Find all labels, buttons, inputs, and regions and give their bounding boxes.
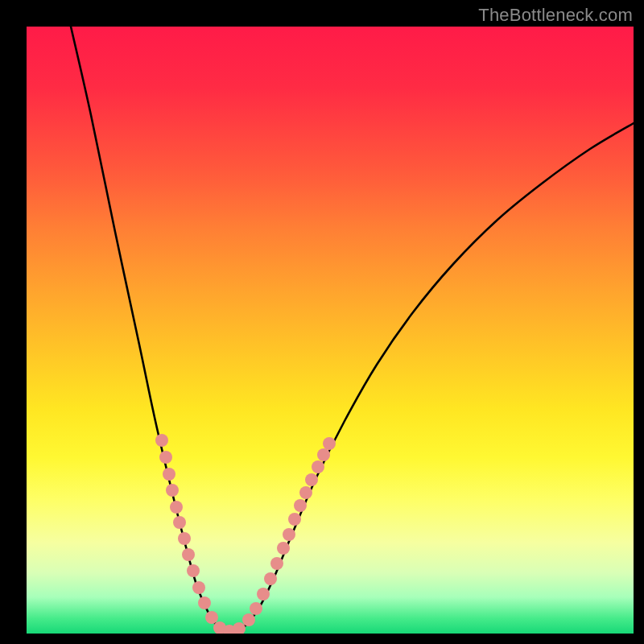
data-marker [257, 588, 270, 601]
attribution-label: TheBottleneck.com [478, 5, 633, 26]
data-marker [317, 448, 330, 461]
data-marker [166, 484, 179, 497]
v-curve-line [71, 27, 634, 632]
data-marker [159, 451, 172, 464]
data-marker [198, 597, 211, 609]
data-marker [192, 581, 205, 594]
data-marker [264, 572, 277, 585]
data-marker [277, 542, 290, 555]
chart-svg [27, 27, 634, 634]
data-marker [312, 460, 324, 473]
marker-group [155, 434, 336, 634]
data-marker [270, 557, 283, 570]
data-marker [170, 501, 183, 514]
data-marker [163, 468, 175, 481]
data-marker [294, 499, 307, 512]
plot-area [27, 27, 634, 634]
data-marker [173, 516, 186, 529]
data-marker [155, 434, 168, 447]
data-marker [187, 564, 200, 577]
data-marker [250, 602, 262, 615]
data-marker [242, 613, 255, 626]
chart-stage: TheBottleneck.com [0, 0, 644, 644]
data-marker [299, 486, 312, 499]
data-marker [305, 473, 318, 486]
data-marker [288, 513, 301, 526]
data-marker [323, 437, 336, 450]
data-marker [283, 528, 295, 541]
data-marker [182, 548, 195, 561]
data-marker [205, 611, 218, 624]
data-marker [178, 532, 191, 545]
data-marker [233, 622, 246, 634]
